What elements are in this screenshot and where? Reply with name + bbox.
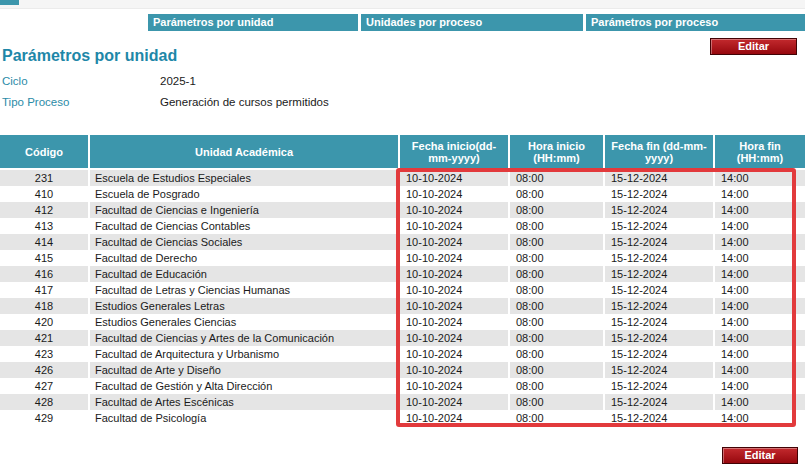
end-time-cell: 14:00 <box>715 202 805 218</box>
table-body: 231Escuela de Estudios Especiales10-10-2… <box>0 170 805 426</box>
end-date-cell: 15-12-2024 <box>605 378 715 394</box>
unit-cell: Facultad de Derecho <box>90 250 400 266</box>
code-cell: 428 <box>0 394 90 410</box>
end-time-cell: 14:00 <box>715 394 805 410</box>
start-date-cell: 10-10-2024 <box>400 250 510 266</box>
unit-cell: Facultad de Ciencias Sociales <box>90 234 400 250</box>
start-date-cell: 10-10-2024 <box>400 218 510 234</box>
unit-cell: Facultad de Artes Escénicas <box>90 394 400 410</box>
table-header-row: Código Unidad Académica Fecha inicio(dd-… <box>0 135 805 168</box>
start-date-cell: 10-10-2024 <box>400 410 510 426</box>
end-time-cell: 14:00 <box>715 298 805 314</box>
edit-button-top[interactable]: Editar <box>710 38 797 55</box>
units-table: Código Unidad Académica Fecha inicio(dd-… <box>0 135 805 426</box>
table-row: 428Facultad de Artes Escénicas10-10-2024… <box>0 394 805 410</box>
start-time-cell: 08:00 <box>510 378 605 394</box>
end-time-cell: 14:00 <box>715 234 805 250</box>
column-header-fecha-fin: Fecha fin (dd-mm-yyyy) <box>605 135 715 168</box>
end-time-cell: 14:00 <box>715 314 805 330</box>
end-date-cell: 15-12-2024 <box>605 330 715 346</box>
start-date-cell: 10-10-2024 <box>400 266 510 282</box>
table-row: 416Facultad de Educación10-10-202408:001… <box>0 266 805 282</box>
tab-unidades-por-proceso[interactable]: Unidades por proceso <box>361 14 583 31</box>
start-date-cell: 10-10-2024 <box>400 186 510 202</box>
top-left-teal-mark <box>0 0 19 5</box>
unit-cell: Facultad de Arquitectura y Urbanismo <box>90 346 400 362</box>
code-cell: 417 <box>0 282 90 298</box>
start-time-cell: 08:00 <box>510 330 605 346</box>
start-time-cell: 08:00 <box>510 346 605 362</box>
tipo-proceso-value: Generación de cursos permitidos <box>160 96 329 108</box>
code-cell: 415 <box>0 250 90 266</box>
unit-cell: Escuela de Posgrado <box>90 186 400 202</box>
start-date-cell: 10-10-2024 <box>400 170 510 186</box>
start-time-cell: 08:00 <box>510 250 605 266</box>
table-row: 417Facultad de Letras y Ciencias Humanas… <box>0 282 805 298</box>
end-date-cell: 15-12-2024 <box>605 346 715 362</box>
start-date-cell: 10-10-2024 <box>400 314 510 330</box>
start-date-cell: 10-10-2024 <box>400 394 510 410</box>
table-row: 410Escuela de Posgrado10-10-202408:0015-… <box>0 186 805 202</box>
end-date-cell: 15-12-2024 <box>605 298 715 314</box>
end-time-cell: 14:00 <box>715 362 805 378</box>
end-date-cell: 15-12-2024 <box>605 186 715 202</box>
table-row: 418Estudios Generales Letras10-10-202408… <box>0 298 805 314</box>
tab-parametros-por-unidad[interactable]: Parámetros por unidad <box>148 14 358 31</box>
start-date-cell: 10-10-2024 <box>400 346 510 362</box>
code-cell: 416 <box>0 266 90 282</box>
code-cell: 410 <box>0 186 90 202</box>
start-time-cell: 08:00 <box>510 186 605 202</box>
tab-parametros-por-proceso[interactable]: Parámetros por proceso <box>586 14 805 31</box>
column-header-codigo: Código <box>0 135 90 168</box>
end-time-cell: 14:00 <box>715 330 805 346</box>
tipo-proceso-label: Tipo Proceso <box>2 96 69 108</box>
page-title: Parámetros por unidad <box>2 47 177 65</box>
start-time-cell: 08:00 <box>510 202 605 218</box>
code-cell: 427 <box>0 378 90 394</box>
start-date-cell: 10-10-2024 <box>400 282 510 298</box>
table-row: 415Facultad de Derecho10-10-202408:0015-… <box>0 250 805 266</box>
end-date-cell: 15-12-2024 <box>605 170 715 186</box>
table-row: 420Estudios Generales Ciencias10-10-2024… <box>0 314 805 330</box>
end-time-cell: 14:00 <box>715 282 805 298</box>
unit-cell: Facultad de Educación <box>90 266 400 282</box>
start-time-cell: 08:00 <box>510 362 605 378</box>
unit-cell: Facultad de Ciencias e Ingeniería <box>90 202 400 218</box>
unit-cell: Facultad de Ciencias Contables <box>90 218 400 234</box>
unit-cell: Escuela de Estudios Especiales <box>90 170 400 186</box>
start-date-cell: 10-10-2024 <box>400 234 510 250</box>
table-row: 413Facultad de Ciencias Contables10-10-2… <box>0 218 805 234</box>
table-row: 414Facultad de Ciencias Sociales10-10-20… <box>0 234 805 250</box>
table-row: 427Facultad de Gestión y Alta Dirección1… <box>0 378 805 394</box>
end-date-cell: 15-12-2024 <box>605 266 715 282</box>
end-time-cell: 14:00 <box>715 186 805 202</box>
column-header-fecha-inicio: Fecha inicio(dd-mm-yyyy) <box>400 135 510 168</box>
code-cell: 412 <box>0 202 90 218</box>
start-date-cell: 10-10-2024 <box>400 330 510 346</box>
table-row: 426Facultad de Arte y Diseño10-10-202408… <box>0 362 805 378</box>
unit-cell: Facultad de Gestión y Alta Dirección <box>90 378 400 394</box>
code-cell: 423 <box>0 346 90 362</box>
end-date-cell: 15-12-2024 <box>605 202 715 218</box>
edit-button-bottom[interactable]: Editar <box>722 447 798 464</box>
end-date-cell: 15-12-2024 <box>605 314 715 330</box>
screen: Parámetros por unidad Unidades por proce… <box>0 0 805 476</box>
table-row: 412Facultad de Ciencias e Ingeniería10-1… <box>0 202 805 218</box>
start-date-cell: 10-10-2024 <box>400 298 510 314</box>
column-header-hora-inicio: Hora inicio (HH:mm) <box>510 135 605 168</box>
code-cell: 418 <box>0 298 90 314</box>
end-date-cell: 15-12-2024 <box>605 234 715 250</box>
start-time-cell: 08:00 <box>510 298 605 314</box>
end-time-cell: 14:00 <box>715 410 805 426</box>
start-time-cell: 08:00 <box>510 282 605 298</box>
ciclo-value: 2025-1 <box>160 75 196 87</box>
column-header-unidad-academica: Unidad Académica <box>90 135 400 168</box>
ciclo-label: Ciclo <box>2 75 28 87</box>
start-date-cell: 10-10-2024 <box>400 202 510 218</box>
end-time-cell: 14:00 <box>715 266 805 282</box>
start-time-cell: 08:00 <box>510 394 605 410</box>
end-time-cell: 14:00 <box>715 170 805 186</box>
table-row: 423Facultad de Arquitectura y Urbanismo1… <box>0 346 805 362</box>
unit-cell: Estudios Generales Letras <box>90 298 400 314</box>
unit-cell: Facultad de Letras y Ciencias Humanas <box>90 282 400 298</box>
